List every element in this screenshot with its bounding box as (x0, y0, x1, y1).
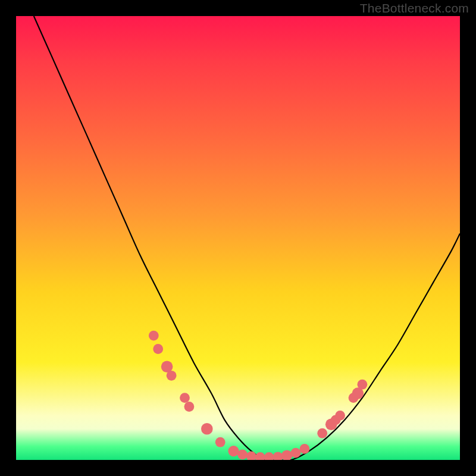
curve-marker (255, 452, 265, 460)
curve-marker (358, 380, 368, 390)
chart-plot-area (16, 16, 460, 460)
chart-svg (16, 16, 460, 460)
curve-marker (180, 393, 190, 403)
curve-marker (237, 450, 248, 460)
curve-marker (281, 450, 292, 460)
watermark-text: TheBottleneck.com (360, 1, 469, 15)
curve-marker (291, 448, 301, 458)
curve-marker (201, 423, 213, 435)
curve-marker (167, 371, 177, 381)
curve-marker (246, 452, 256, 460)
bottleneck-curve (34, 16, 460, 460)
curve-marker (184, 402, 195, 412)
chart-frame: TheBottleneck.com (0, 0, 476, 476)
curve-marker (335, 411, 345, 421)
curve-marker (264, 452, 274, 460)
curve-marker (317, 428, 327, 439)
curve-marker (228, 446, 239, 456)
curve-marker (273, 452, 283, 460)
curve-marker (300, 444, 310, 454)
marker-group (149, 331, 367, 460)
curve-marker (215, 437, 226, 447)
curve-marker (153, 344, 163, 354)
curve-marker (149, 331, 159, 341)
